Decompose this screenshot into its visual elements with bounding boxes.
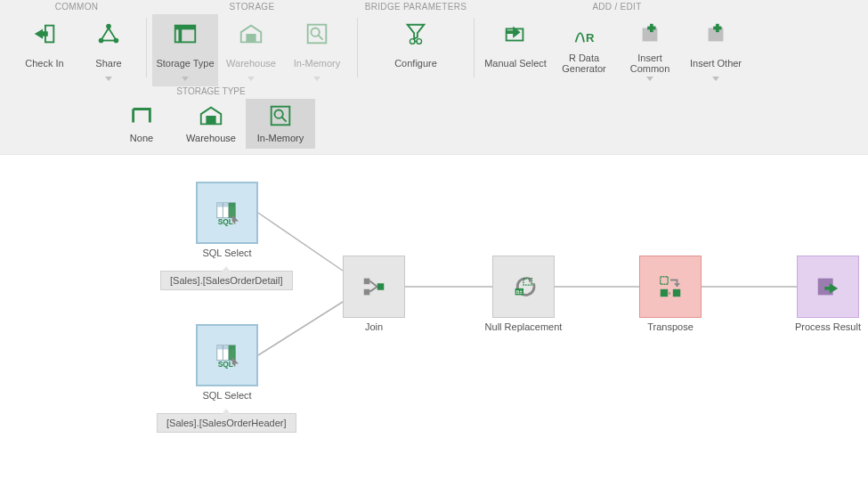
pipeline-canvas[interactable]: SQL SQL Select [Sales].[SalesOrderDetail…	[0, 155, 868, 456]
svg-rect-12	[246, 34, 256, 42]
insert-common-icon	[636, 20, 664, 48]
svg-rect-10	[175, 26, 196, 30]
r-data-generator-button[interactable]: R R Data Generator	[551, 14, 617, 86]
svg-rect-30	[206, 116, 215, 124]
insert-common-label: Insert Common	[630, 52, 670, 75]
in-memory-icon	[266, 102, 295, 129]
storage-none-button[interactable]: None	[107, 99, 176, 149]
svg-marker-58	[527, 277, 532, 284]
insert-common-button[interactable]: Insert Common	[617, 14, 683, 86]
node-null-replacement[interactable]: a±	[492, 256, 555, 318]
svg-rect-28	[713, 27, 721, 30]
ribbon: COMMON Check In Share S	[0, 0, 868, 155]
node-transpose-label: Transpose	[599, 321, 742, 332]
storage-type-label: Storage Type	[156, 52, 214, 75]
storage-in-memory-label: In-Memory	[257, 133, 304, 143]
node-sql-select-2-label: SQL Select	[156, 390, 298, 401]
warehouse-icon	[237, 20, 265, 48]
node-process-result-label: Process Result	[757, 321, 868, 332]
warehouse-button: Warehouse	[218, 14, 284, 86]
svg-line-57	[369, 287, 377, 292]
manual-select-label: Manual Select	[484, 52, 547, 75]
node-process-result[interactable]	[797, 256, 859, 318]
svg-line-56	[369, 280, 377, 287]
chevron-down-icon	[247, 77, 255, 81]
chevron-down-icon	[105, 77, 112, 81]
check-in-button[interactable]: Check In	[12, 14, 77, 86]
svg-rect-64	[673, 289, 680, 296]
none-icon	[127, 102, 156, 129]
svg-line-34	[258, 213, 343, 271]
chevron-down-icon	[182, 77, 189, 81]
configure-label: Configure	[394, 52, 437, 75]
node-join[interactable]	[343, 256, 405, 318]
svg-rect-53	[364, 279, 370, 285]
storage-warehouse-label: Warehouse	[186, 133, 236, 143]
node-sql-select-1-label: SQL Select	[156, 248, 298, 258]
svg-text:a±: a±	[516, 288, 523, 295]
group-addedit-title: ADD / EDIT	[475, 2, 759, 12]
svg-marker-16	[408, 25, 425, 39]
funnel-link-icon	[402, 20, 430, 48]
storage-type-submenu-title: STORAGE TYPE	[107, 86, 315, 96]
group-bridge: BRIDGE PARAMETERS Configure	[358, 0, 474, 80]
svg-line-33	[281, 117, 287, 122]
svg-rect-31	[272, 107, 290, 126]
warehouse-icon	[197, 102, 225, 129]
group-bridge-title: BRIDGE PARAMETERS	[358, 2, 474, 12]
result-icon	[815, 273, 841, 300]
sql-table-icon: SQL	[214, 342, 240, 369]
svg-rect-13	[308, 25, 327, 44]
group-storage-title: STORAGE	[147, 2, 357, 12]
share-icon	[94, 20, 123, 48]
share-label: Share	[95, 52, 121, 75]
check-in-label: Check In	[25, 52, 63, 75]
node-sql-select-2[interactable]: SQL	[196, 324, 258, 386]
chevron-down-icon	[712, 77, 719, 81]
in-memory-icon	[303, 20, 331, 48]
share-button[interactable]: Share	[77, 14, 141, 86]
svg-rect-54	[364, 289, 370, 296]
chevron-down-icon	[313, 77, 320, 81]
r-data-label: R Data Generator	[562, 52, 606, 75]
node-transpose[interactable]	[639, 256, 702, 318]
svg-line-5	[102, 28, 110, 38]
svg-text:SQL: SQL	[218, 360, 233, 369]
svg-line-6	[109, 28, 116, 38]
svg-text:SQL: SQL	[218, 217, 233, 226]
node-sql-select-1[interactable]: SQL	[196, 182, 258, 244]
svg-rect-55	[377, 283, 385, 290]
transpose-icon	[657, 273, 684, 300]
configure-button[interactable]: Configure	[377, 14, 455, 80]
svg-rect-63	[661, 289, 668, 296]
node-sql-select-1-source: [Sales].[SalesOrderDetail]	[160, 271, 293, 290]
r-data-icon: R	[570, 20, 598, 48]
insert-other-label: Insert Other	[690, 52, 742, 75]
check-in-icon	[30, 20, 59, 48]
svg-line-15	[318, 35, 323, 40]
in-memory-label: In-Memory	[294, 52, 341, 75]
group-storage: STORAGE Storage Type Warehouse	[147, 0, 357, 86]
manual-select-button[interactable]: Manual Select	[480, 14, 551, 86]
storage-type-button[interactable]: Storage Type	[152, 14, 218, 86]
join-icon	[361, 273, 387, 300]
warehouse-label: Warehouse	[226, 52, 276, 75]
storage-warehouse-button[interactable]: Warehouse	[176, 99, 246, 149]
chevron-down-icon	[646, 77, 653, 81]
svg-text:R: R	[586, 31, 595, 45]
group-common-title: COMMON	[7, 2, 146, 12]
node-null-replacement-label: Null Replacement	[452, 321, 595, 332]
sql-table-icon: SQL	[214, 199, 240, 226]
svg-rect-25	[647, 27, 655, 30]
insert-other-button[interactable]: Insert Other	[683, 14, 749, 86]
svg-marker-65	[674, 283, 681, 287]
connection-lines	[0, 155, 868, 458]
node-join-label: Join	[303, 321, 445, 332]
storage-in-memory-button[interactable]: In-Memory	[246, 99, 315, 149]
storage-type-icon	[171, 20, 199, 48]
storage-type-submenu: STORAGE TYPE None Warehouse	[107, 86, 315, 149]
svg-rect-62	[661, 277, 668, 284]
null-replace-icon: a±	[510, 273, 537, 300]
insert-other-icon	[702, 20, 730, 48]
node-sql-select-2-source: [Sales].[SalesOrderHeader]	[157, 413, 296, 433]
